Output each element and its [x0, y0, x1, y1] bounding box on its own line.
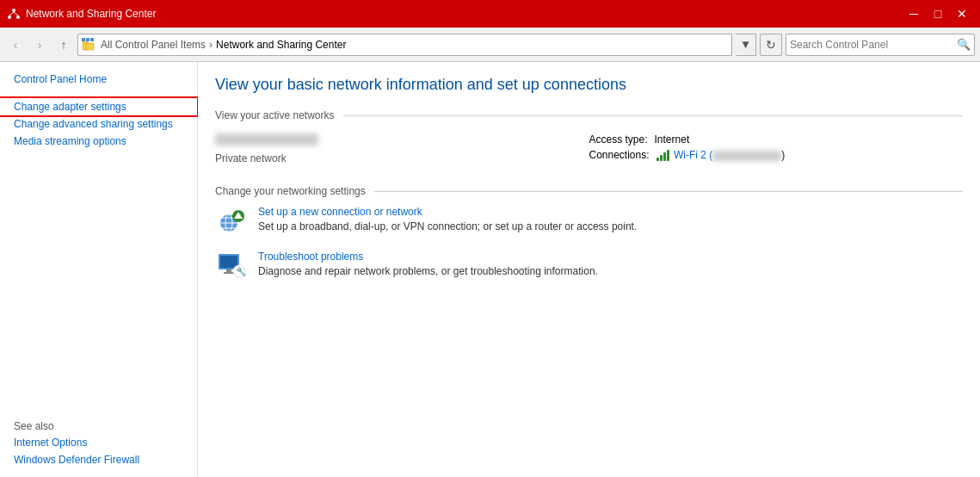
- access-type-label: Access type:: [589, 133, 648, 146]
- change-settings-header: Change your networking settings: [215, 185, 963, 197]
- access-type-row: Access type: Internet: [589, 133, 964, 146]
- svg-rect-8: [86, 38, 89, 41]
- troubleshoot-item: 🔧 Troubleshoot problems Diagnose and rep…: [215, 251, 963, 282]
- svg-rect-6: [86, 43, 94, 50]
- address-bar: ‹ › ↑ All Control Panel Items › Network …: [0, 28, 980, 62]
- wifi-link[interactable]: Wi-Fi 2 (: [674, 149, 712, 161]
- svg-point-1: [8, 15, 11, 19]
- wifi-signal-icon: [656, 150, 669, 161]
- network-type: Private network: [215, 152, 287, 164]
- sidebar-media-streaming[interactable]: Media streaming options: [0, 133, 197, 150]
- troubleshoot-desc: Diagnose and repair network problems, or…: [258, 265, 598, 277]
- sidebar-change-adapter-settings[interactable]: Change adapter settings: [0, 98, 197, 115]
- setup-connection-link[interactable]: Set up a new connection or network: [258, 206, 963, 218]
- access-type-value: Internet: [655, 133, 690, 146]
- network-name-cell: Private network: [215, 130, 589, 168]
- sidebar-internet-options[interactable]: Internet Options: [0, 434, 197, 451]
- close-button[interactable]: ✕: [951, 5, 973, 22]
- network-name-blurred: [215, 133, 318, 146]
- setup-connection-item: Set up a new connection or network Set u…: [215, 206, 963, 237]
- back-button[interactable]: ‹: [5, 34, 26, 55]
- wifi-connection: Wi-Fi 2 (): [656, 149, 786, 161]
- title-bar: Network and Sharing Center ─ □ ✕: [0, 0, 980, 28]
- svg-point-0: [12, 9, 15, 12]
- svg-line-4: [14, 12, 18, 15]
- breadcrumb-current: Network and Sharing Center: [216, 39, 346, 51]
- settings-divider: [374, 191, 963, 192]
- wifi-paren-end: ): [781, 149, 785, 161]
- breadcrumb-text: All Control Panel Items: [101, 39, 206, 51]
- network-info-cell: Access type: Internet Connections:: [589, 130, 964, 168]
- troubleshoot-link[interactable]: Troubleshoot problems: [258, 251, 963, 263]
- setup-connection-text: Set up a new connection or network Set u…: [258, 206, 963, 232]
- search-box: 🔍: [786, 34, 975, 56]
- svg-rect-19: [226, 269, 231, 272]
- connections-row: Connections: Wi-Fi 2 (): [589, 149, 964, 161]
- svg-rect-20: [224, 272, 234, 274]
- window-title: Network and Sharing Center: [26, 8, 903, 20]
- content-area: View your basic network information and …: [198, 62, 980, 477]
- window-controls: ─ □ ✕: [903, 5, 973, 22]
- svg-line-3: [9, 12, 14, 15]
- see-also-label: See also: [0, 415, 197, 434]
- sidebar-change-advanced-sharing[interactable]: Change advanced sharing settings: [0, 115, 197, 133]
- settings-section: Set up a new connection or network Set u…: [215, 206, 963, 282]
- setup-connection-desc: Set up a broadband, dial-up, or VPN conn…: [258, 220, 637, 232]
- path-icon: [82, 38, 96, 52]
- refresh-button[interactable]: ↻: [760, 34, 782, 56]
- page-title: View your basic network information and …: [215, 76, 963, 94]
- maximize-button[interactable]: □: [927, 5, 949, 22]
- breadcrumb-separator: ›: [209, 39, 213, 51]
- forward-button[interactable]: ›: [29, 34, 50, 55]
- svg-rect-9: [90, 38, 94, 41]
- change-settings-label: Change your networking settings: [215, 185, 366, 197]
- active-networks-label: View your active networks: [215, 109, 335, 121]
- network-setup-icon: [215, 206, 246, 237]
- section-divider: [343, 115, 963, 116]
- svg-text:🔧: 🔧: [236, 266, 246, 277]
- networks-table: Private network Access type: Internet Co…: [215, 130, 963, 168]
- wifi-name-blurred: [712, 151, 781, 161]
- address-dropdown-button[interactable]: ▼: [736, 34, 756, 56]
- connections-label: Connections:: [589, 149, 650, 161]
- sidebar: Control Panel Home Change adapter settin…: [0, 62, 198, 477]
- svg-rect-7: [82, 38, 85, 41]
- search-icon-button[interactable]: 🔍: [957, 38, 971, 51]
- main-layout: Control Panel Home Change adapter settin…: [0, 62, 980, 477]
- app-icon: [7, 7, 21, 21]
- troubleshoot-text: Troubleshoot problems Diagnose and repai…: [258, 251, 963, 277]
- sidebar-control-panel-home[interactable]: Control Panel Home: [0, 71, 197, 88]
- minimize-button[interactable]: ─: [903, 5, 925, 22]
- search-input[interactable]: [790, 39, 957, 51]
- svg-point-2: [16, 15, 20, 19]
- svg-rect-18: [220, 256, 237, 268]
- sidebar-windows-defender-firewall[interactable]: Windows Defender Firewall: [0, 451, 197, 468]
- active-networks-header: View your active networks: [215, 109, 963, 121]
- troubleshoot-icon: 🔧: [215, 251, 246, 282]
- up-button[interactable]: ↑: [53, 34, 74, 55]
